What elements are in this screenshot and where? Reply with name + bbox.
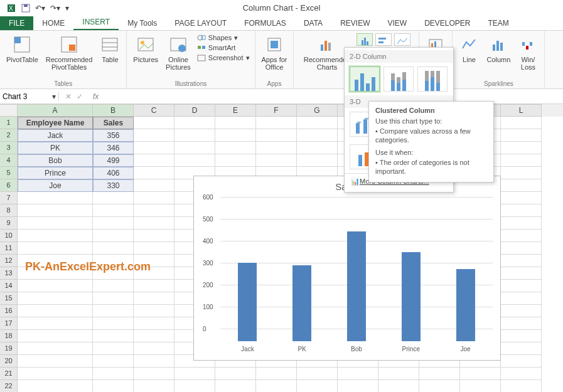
cell[interactable] [134, 242, 174, 255]
cell[interactable] [93, 292, 134, 305]
screenshot-button[interactable]: Screenshot▾ [197, 53, 250, 62]
save-icon[interactable] [21, 4, 30, 13]
cell[interactable] [501, 154, 542, 167]
tab-review[interactable]: REVIEW [331, 16, 378, 30]
row-header[interactable]: 21 [0, 368, 18, 380]
cell[interactable] [338, 380, 378, 392]
tab-page-layout[interactable]: PAGE LAYOUT [166, 16, 235, 30]
cell[interactable] [297, 380, 338, 392]
name-box[interactable]: ▾ [0, 92, 59, 101]
name-box-dropdown-icon[interactable]: ▾ [52, 92, 56, 101]
cell[interactable] [134, 204, 174, 217]
cell[interactable] [501, 192, 542, 204]
embedded-column-chart[interactable]: Sales 0100200300400500600JackPKBobPrince… [193, 176, 501, 361]
row-header[interactable]: 13 [0, 267, 18, 280]
cell[interactable] [93, 230, 134, 242]
col-header-A[interactable]: A [18, 104, 93, 117]
cell[interactable] [297, 117, 338, 129]
cell[interactable] [501, 179, 542, 192]
cell[interactable]: Jack [18, 129, 93, 142]
cancel-formula-icon[interactable]: ✕ [65, 92, 72, 101]
cell[interactable] [256, 142, 297, 154]
col-header-L[interactable]: L [501, 104, 542, 117]
apps-for-office-button[interactable]: Apps for Office [260, 33, 289, 72]
row-header[interactable]: 22 [0, 380, 18, 392]
cell[interactable] [256, 368, 297, 380]
cell[interactable] [18, 330, 93, 342]
tab-team[interactable]: TEAM [480, 16, 518, 30]
cell[interactable] [18, 192, 93, 204]
sparkline-column-button[interactable]: Column [485, 33, 512, 72]
cell[interactable] [501, 117, 542, 129]
cell[interactable] [256, 117, 297, 129]
redo-icon[interactable]: ↷▾ [50, 4, 60, 13]
cell[interactable] [174, 129, 215, 142]
row-header[interactable]: 12 [0, 255, 18, 267]
col-header-G[interactable]: G [297, 104, 338, 117]
cell[interactable] [134, 217, 174, 230]
row-header[interactable]: 3 [0, 142, 18, 154]
cell[interactable] [256, 129, 297, 142]
cell[interactable] [419, 368, 460, 380]
row-header[interactable]: 5 [0, 167, 18, 179]
cell[interactable] [501, 317, 542, 330]
row-header[interactable]: 7 [0, 192, 18, 204]
col-header-C[interactable]: C [134, 104, 174, 117]
cell[interactable]: 406 [93, 167, 134, 179]
sparkline-line-button[interactable]: Line [458, 33, 480, 72]
cell[interactable] [501, 368, 542, 380]
cell[interactable]: 330 [93, 179, 134, 192]
cell[interactable] [18, 342, 93, 355]
col-header-F[interactable]: F [256, 104, 297, 117]
cell[interactable]: PK [18, 142, 93, 154]
cell[interactable] [18, 380, 93, 392]
row-header[interactable]: 2 [0, 129, 18, 142]
tab-data[interactable]: DATA [295, 16, 331, 30]
cell[interactable] [93, 280, 134, 292]
stacked-column-option[interactable] [383, 66, 414, 92]
row-header[interactable]: 4 [0, 154, 18, 167]
cell[interactable]: 356 [93, 129, 134, 142]
cell[interactable] [501, 242, 542, 255]
excel-app-icon[interactable]: X [6, 3, 16, 13]
cell[interactable] [134, 192, 174, 204]
cell[interactable] [18, 242, 93, 255]
cell[interactable] [256, 154, 297, 167]
cell[interactable] [297, 129, 338, 142]
tab-home[interactable]: HOME [33, 16, 73, 30]
chart-bar[interactable] [238, 263, 257, 341]
row-header[interactable]: 1 [0, 117, 18, 129]
insert-stock-chart-button[interactable] [394, 33, 410, 46]
cell[interactable] [501, 280, 542, 292]
row-header[interactable]: 11 [0, 242, 18, 255]
cell[interactable] [215, 117, 256, 129]
cell[interactable] [134, 380, 174, 392]
cell[interactable]: Sales [93, 117, 134, 129]
chart-bar[interactable] [402, 252, 421, 341]
cell[interactable] [134, 129, 174, 142]
cell[interactable] [460, 368, 501, 380]
cell[interactable] [378, 368, 419, 380]
row-header[interactable]: 18 [0, 330, 18, 342]
cell[interactable] [215, 368, 256, 380]
row-header[interactable]: 15 [0, 292, 18, 305]
cell[interactable] [215, 154, 256, 167]
cell[interactable] [93, 242, 134, 255]
cell[interactable] [174, 117, 215, 129]
select-all-corner[interactable] [0, 104, 18, 117]
insert-bar-chart-button[interactable] [375, 33, 392, 46]
cell[interactable] [18, 368, 93, 380]
cell[interactable]: Bob [18, 154, 93, 167]
clustered-column-option[interactable] [350, 66, 380, 92]
cell[interactable] [501, 342, 542, 355]
cell[interactable] [18, 217, 93, 230]
cell[interactable] [134, 230, 174, 242]
col-header-B[interactable]: B [93, 104, 134, 117]
row-header[interactable]: 9 [0, 217, 18, 230]
cell[interactable] [215, 129, 256, 142]
cell[interactable] [93, 330, 134, 342]
recommended-pivottables-button[interactable]: Recommended PivotTables [45, 33, 94, 72]
cell[interactable] [501, 267, 542, 280]
cell[interactable] [501, 142, 542, 154]
cell[interactable] [501, 355, 542, 368]
